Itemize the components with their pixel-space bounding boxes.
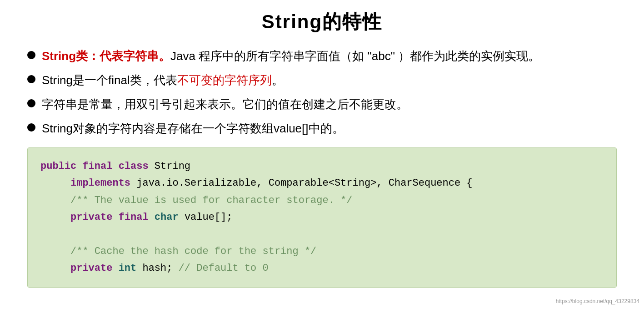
list-item: 字符串是常量，用双引号引起来表示。它们的值在创建之后不能更改。 — [27, 96, 617, 113]
bullet-dot — [27, 51, 35, 59]
red-bold-text-1: String类：代表字符串。 — [42, 49, 170, 63]
keyword-char: char — [155, 212, 179, 223]
keyword-final2: final — [119, 212, 149, 223]
comment-3: // Default to 0 — [179, 263, 269, 274]
code-line-5 — [40, 226, 604, 243]
bullet-dot — [27, 75, 35, 83]
code-text: String — [155, 161, 190, 172]
keyword-class: class — [119, 161, 149, 172]
code-line-6: /** Cache the hash code for the string *… — [40, 243, 604, 260]
bullet-text-2: String是一个final类，代表不可变的字符序列。 — [42, 71, 617, 89]
code-text: hash; — [142, 263, 178, 274]
keyword-public: public — [40, 161, 76, 172]
code-line-1: public final class String — [40, 158, 604, 175]
code-line-2: implements java.io.Serializable, Compara… — [40, 175, 604, 192]
bullet-dot — [27, 123, 35, 132]
keyword-final: final — [82, 161, 112, 172]
watermark: https://blog.csdn.net/qq_43229834 — [556, 298, 639, 304]
code-line-7: private int hash; // Default to 0 — [40, 260, 604, 277]
code-line-3: /** The value is used for character stor… — [40, 192, 604, 209]
bullet-dot — [27, 99, 35, 107]
page-title: String的特性 — [27, 9, 617, 35]
comment-2: /** Cache the hash code for the string *… — [70, 246, 316, 257]
keyword-int: int — [119, 263, 137, 274]
bullet-text-4: String对象的字符内容是存储在一个字符数组value[]中的。 — [42, 120, 617, 137]
comment-1: /** The value is used for character stor… — [70, 195, 353, 206]
bullet-text-3: 字符串是常量，用双引号引起来表示。它们的值在创建之后不能更改。 — [42, 96, 617, 113]
bullet-text-1: String类：代表字符串。Java 程序中的所有字符串字面值（如 "abc" … — [42, 47, 617, 65]
keyword-private: private — [70, 212, 112, 223]
code-text: java.io.Serializable, Comparable<String>… — [136, 177, 472, 189]
code-block: public final class String implements jav… — [27, 147, 617, 288]
keyword-private2: private — [70, 263, 112, 274]
list-item: String类：代表字符串。Java 程序中的所有字符串字面值（如 "abc" … — [27, 47, 617, 65]
code-text: value[]; — [185, 212, 233, 223]
list-item: String是一个final类，代表不可变的字符序列。 — [27, 71, 617, 89]
keyword-implements: implements — [70, 177, 130, 189]
code-line-4: private final char value[]; — [40, 209, 604, 226]
list-item: String对象的字符内容是存储在一个字符数组value[]中的。 — [27, 120, 617, 137]
red-text-2: 不可变的字符序列 — [177, 73, 272, 87]
bullet-list: String类：代表字符串。Java 程序中的所有字符串字面值（如 "abc" … — [27, 47, 617, 137]
